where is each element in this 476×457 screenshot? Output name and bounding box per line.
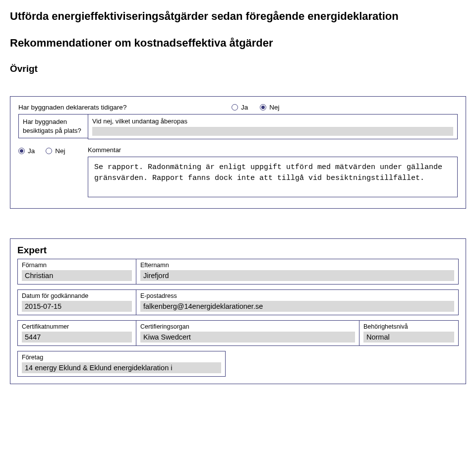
- input-exception[interactable]: [92, 127, 453, 136]
- radio-inspected-nej-label: Nej: [55, 147, 65, 155]
- label-declared-before: Har byggnaden deklarerats tidigare?: [18, 104, 232, 111]
- value-certnr[interactable]: 5447: [22, 332, 132, 343]
- cell-fornamn: Förnamn Christian: [17, 259, 136, 285]
- value-datum[interactable]: 2015-07-15: [22, 301, 132, 312]
- heading-1: Utförda energieffektiviseringsåtgärder s…: [10, 10, 466, 23]
- value-efternamn[interactable]: Jirefjord: [140, 270, 454, 281]
- expert-row-foretag: Företag 14 energy Eklund & Eklund energi…: [17, 351, 459, 377]
- cell-efternamn: Efternamn Jirefjord: [136, 259, 459, 285]
- radio-declared-ja[interactable]: [232, 104, 238, 111]
- value-certorg[interactable]: Kiwa Swedcert: [140, 332, 355, 343]
- cell-exception: Vid nej, vilket undantag åberopas: [88, 114, 458, 139]
- value-behorighet[interactable]: Normal: [363, 332, 454, 343]
- radio-inspected-ja[interactable]: [18, 148, 25, 154]
- row-kommentar: Ja Nej Kommentar Se rapport. Radonmätnin…: [18, 146, 458, 197]
- label-certnr: Certifikatnummer: [22, 323, 132, 330]
- radio-inspected-ja-label: Ja: [28, 147, 35, 155]
- row-declared-before: Har byggnaden deklarerats tidigare? Ja N…: [18, 104, 458, 111]
- value-epost[interactable]: falkenberg@14energideklarationer.se: [140, 301, 454, 312]
- expert-title: Expert: [17, 245, 459, 256]
- radios-inspected: Ja Nej: [18, 146, 88, 155]
- cell-foretag: Företag 14 energy Eklund & Eklund energi…: [17, 351, 226, 377]
- expert-row-name: Förnamn Christian Efternamn Jirefjord: [17, 259, 459, 285]
- radio-inspected-nej[interactable]: [46, 148, 52, 154]
- cell-certnr: Certifikatnummer 5447: [17, 320, 136, 346]
- cell-certorg: Certifieringsorgan Kiwa Swedcert: [136, 320, 359, 346]
- ovrigt-panel: Har byggnaden deklarerats tidigare? Ja N…: [10, 96, 466, 209]
- label-kommentar: Kommentar: [88, 146, 458, 154]
- label-foretag: Företag: [22, 354, 221, 361]
- row-inspected: Har byggnaden besiktigats på plats? Vid …: [18, 114, 458, 139]
- value-fornamn[interactable]: Christian: [22, 270, 132, 281]
- expert-row-cert: Certifikatnummer 5447 Certifieringsorgan…: [17, 320, 459, 346]
- radios-declared-before: Ja Nej: [232, 104, 280, 111]
- cell-behorighet: Behörighetsnivå Normal: [359, 320, 459, 346]
- label-inspected: Har byggnaden besiktigats på plats?: [18, 114, 88, 138]
- label-behorighet: Behörighetsnivå: [363, 323, 454, 330]
- radio-declared-nej-label: Nej: [269, 104, 279, 111]
- label-epost: E-postadress: [140, 292, 454, 299]
- radio-declared-nej[interactable]: [260, 104, 266, 111]
- radio-declared-ja-label: Ja: [241, 104, 248, 111]
- textarea-kommentar[interactable]: Se rapport. Radonmätning är enligt uppgi…: [88, 157, 458, 197]
- ovrigt-title: Övrigt: [10, 63, 466, 74]
- cell-epost: E-postadress falkenberg@14energideklarat…: [136, 289, 459, 315]
- label-efternamn: Efternamn: [140, 262, 454, 269]
- heading-2: Rekommendationer om kostnadseffektiva åt…: [10, 37, 466, 50]
- label-certorg: Certifieringsorgan: [140, 323, 355, 330]
- value-foretag[interactable]: 14 energy Eklund & Eklund energideklarat…: [22, 362, 221, 373]
- cell-datum: Datum för godkännande 2015-07-15: [17, 289, 136, 315]
- kommentar-column: Kommentar Se rapport. Radonmätning är en…: [88, 146, 458, 197]
- label-datum: Datum för godkännande: [22, 292, 132, 299]
- label-fornamn: Förnamn: [22, 262, 132, 269]
- expert-panel: Expert Förnamn Christian Efternamn Jiref…: [10, 238, 466, 384]
- expert-row-datum: Datum för godkännande 2015-07-15 E-posta…: [17, 289, 459, 315]
- label-exception: Vid nej, vilket undantag åberopas: [92, 117, 453, 125]
